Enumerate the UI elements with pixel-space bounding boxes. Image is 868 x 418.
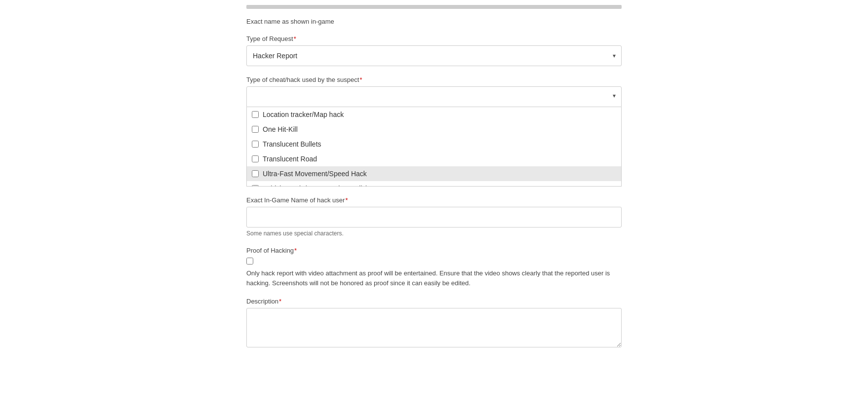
checkbox-translucent-bullets[interactable] xyxy=(252,141,259,148)
exact-ingame-name-label: Exact In-Game Name of hack user* xyxy=(246,196,622,204)
type-of-request-select[interactable]: Hacker Report Other xyxy=(246,45,622,66)
proof-checkbox-group xyxy=(246,257,622,265)
exact-ingame-name-group: Exact In-Game Name of hack user* Some na… xyxy=(246,196,622,237)
dropdown-item-location-tracker[interactable]: Location tracker/Map hack xyxy=(247,107,621,122)
checkbox-translucent-road[interactable] xyxy=(252,155,259,162)
type-of-request-label: Type of Request* xyxy=(246,35,622,42)
ingame-name-helper-text: Some names use special characters. xyxy=(246,230,622,237)
description-textarea[interactable] xyxy=(246,308,622,347)
top-bar xyxy=(246,5,622,9)
exact-name-label: Exact name as shown in-game xyxy=(246,18,622,25)
type-of-request-group: Type of Request* Hacker Report Other ▾ xyxy=(246,35,622,66)
type-of-cheat-select-wrapper: ▾ xyxy=(246,86,622,107)
exact-name-group: Exact name as shown in-game xyxy=(246,18,622,25)
description-label: Description* xyxy=(246,298,622,305)
dropdown-item-label: Vehicle Hack (can pass thru walls) xyxy=(263,185,368,186)
exact-ingame-name-input[interactable] xyxy=(246,207,622,228)
type-of-cheat-select[interactable] xyxy=(246,86,622,107)
proof-of-hacking-label: Proof of Hacking* xyxy=(246,247,622,254)
dropdown-item-ultra-fast[interactable]: Ultra-Fast Movement/Speed Hack xyxy=(247,166,621,181)
dropdown-item-translucent-road[interactable]: Translucent Road xyxy=(247,152,621,166)
checkbox-one-hit-kill[interactable] xyxy=(252,126,259,133)
dropdown-item-label: Translucent Road xyxy=(263,155,317,163)
dropdown-item-label: One Hit-Kill xyxy=(263,125,298,133)
type-of-cheat-group: Type of cheat/hack used by the suspect* … xyxy=(246,76,622,187)
proof-of-hacking-group: Proof of Hacking* Only hack report with … xyxy=(246,247,622,288)
form-container: Exact name as shown in-game Type of Requ… xyxy=(246,0,622,369)
dropdown-item-one-hit-kill[interactable]: One Hit-Kill xyxy=(247,122,621,137)
proof-checkbox[interactable] xyxy=(246,258,253,265)
dropdown-item-label: Location tracker/Map hack xyxy=(263,111,344,118)
dropdown-item-label: Translucent Bullets xyxy=(263,140,321,148)
checkbox-ultra-fast[interactable] xyxy=(252,170,259,177)
type-of-cheat-dropdown: Location tracker/Map hack One Hit-Kill T… xyxy=(246,107,622,187)
type-of-cheat-label: Type of cheat/hack used by the suspect* xyxy=(246,76,622,83)
dropdown-item-translucent-bullets[interactable]: Translucent Bullets xyxy=(247,137,621,152)
dropdown-item-label: Ultra-Fast Movement/Speed Hack xyxy=(263,170,367,178)
page-container: Exact name as shown in-game Type of Requ… xyxy=(0,0,868,418)
type-of-request-select-wrapper: Hacker Report Other ▾ xyxy=(246,45,622,66)
dropdown-item-vehicle-hack[interactable]: Vehicle Hack (can pass thru walls) xyxy=(247,181,621,186)
checkbox-vehicle-hack[interactable] xyxy=(252,185,259,186)
type-of-cheat-scroll-area[interactable]: Location tracker/Map hack One Hit-Kill T… xyxy=(247,107,621,186)
proof-description-text: Only hack report with video attachment a… xyxy=(246,268,622,288)
checkbox-location-tracker[interactable] xyxy=(252,111,259,118)
description-group: Description* xyxy=(246,298,622,349)
